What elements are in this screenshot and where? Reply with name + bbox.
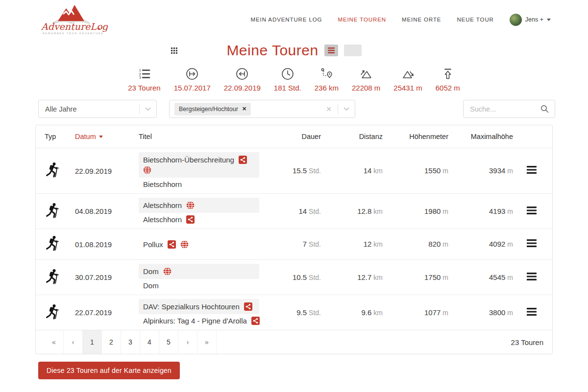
tour-title-box: Aletschhorn <box>139 198 259 213</box>
tour-duration: 7Std. <box>274 240 321 249</box>
pagination-page-3[interactable]: 3 <box>121 330 140 354</box>
share-icon[interactable] <box>239 156 247 164</box>
tour-subtitle-link[interactable]: Bietschhorn <box>143 180 182 188</box>
globe-icon[interactable] <box>186 201 195 209</box>
column-header-datum-label: Datum <box>75 133 96 140</box>
mountain-ascent-icon <box>360 68 372 80</box>
tour-date: 30.07.2019 <box>75 273 139 281</box>
pagination-last[interactable]: » <box>197 330 217 354</box>
column-header-hoehenmeter: Höhenmeter <box>383 133 448 140</box>
pagination: «‹12345›» 23 Touren <box>36 330 552 354</box>
tour-max-altitude: 4092m <box>448 240 513 249</box>
column-header-datum[interactable]: Datum <box>75 133 139 140</box>
tour-title-box: DAV: Spezialkurs Hochtouren <box>139 299 259 314</box>
list-view-icon <box>328 47 335 53</box>
route-icon <box>320 68 333 80</box>
tour-subtitle-link[interactable]: Dom <box>143 281 159 290</box>
clock-icon <box>281 68 294 80</box>
menu-icon <box>527 308 537 316</box>
nav-item-mein-adventure-log[interactable]: MEIN ADVENTURE LOG <box>251 17 322 23</box>
divider <box>139 104 140 114</box>
tour-distance: 9.6km <box>321 308 383 317</box>
show-on-map-button[interactable]: Diese 23 Touren auf der Karte anzeigen <box>38 362 180 379</box>
globe-icon[interactable] <box>180 240 189 249</box>
tours-table: Typ Datum Titel Dauer Distanz Höhenmeter… <box>35 125 553 354</box>
hiker-icon <box>45 303 61 320</box>
year-filter-select[interactable]: Alle Jahre <box>38 100 157 118</box>
nav-item-meine-touren[interactable]: MEINE TOUREN <box>338 17 386 23</box>
caret-down-icon <box>547 19 551 21</box>
row-menu-button[interactable] <box>527 239 537 247</box>
stat-last-tour-date: 22.09.2019 <box>224 67 261 92</box>
stat-total-descent-value: 25431 m <box>393 84 422 92</box>
mountain-descent-icon <box>402 68 415 80</box>
row-menu-button[interactable] <box>527 166 537 174</box>
tour-subtitle-link[interactable]: Alpinkurs: Tag 4 - Pigne d'Arolla <box>143 317 247 325</box>
pagination-first[interactable]: « <box>45 330 64 354</box>
tour-duration: 9.5Std. <box>274 308 321 317</box>
sort-desc-icon <box>99 136 103 138</box>
tour-date: 04.08.2019 <box>75 207 139 215</box>
chevron-down-icon[interactable] <box>343 107 349 111</box>
chevron-down-icon[interactable] <box>145 107 151 111</box>
brand-logo[interactable]: AdventureLog REMEMBER YOUR ADVENTURE <box>39 1 108 38</box>
column-header-titel: Titel <box>139 133 274 140</box>
tour-type-filter-select[interactable]: Bergsteigen/Hochtour ✕ ✕ <box>169 100 355 118</box>
pagination-page-1[interactable]: 1 <box>83 330 102 354</box>
stat-total-duration: 181 Std. <box>274 67 301 92</box>
tag-remove-icon[interactable]: ✕ <box>242 106 246 112</box>
stat-tour-count-value: 23 Touren <box>128 84 160 92</box>
stat-max-altitude: 6052 m <box>436 67 460 92</box>
grid-view-button[interactable] <box>344 45 362 56</box>
menu-icon <box>527 166 537 174</box>
user-menu[interactable]: Jens + <box>510 14 551 26</box>
share-icon[interactable] <box>186 215 195 224</box>
pagination-page-4[interactable]: 4 <box>140 330 159 354</box>
pagination-prev[interactable]: ‹ <box>64 330 83 354</box>
tour-elevation-gain: 1750m <box>383 273 448 282</box>
nav-item-meine-orte[interactable]: MEINE ORTE <box>402 17 441 23</box>
stat-total-distance-value: 236 km <box>315 84 339 92</box>
menu-icon <box>527 239 537 247</box>
share-icon[interactable] <box>251 317 260 325</box>
tour-subtitle-link[interactable]: Aletschhorn <box>143 215 182 224</box>
stat-tour-count: 12323 Touren <box>128 67 160 92</box>
tour-title-link[interactable]: DAV: Spezialkurs Hochtouren <box>143 302 240 311</box>
tour-date: 22.09.2019 <box>75 167 139 175</box>
row-menu-button[interactable] <box>527 207 537 214</box>
date-start-icon <box>186 68 198 80</box>
tour-title-box: Bietschhorn-Überschreitung <box>139 152 259 178</box>
tour-title-link[interactable]: Pollux <box>143 240 163 249</box>
stat-total-duration-value: 181 Std. <box>274 84 301 92</box>
search-icon[interactable] <box>540 105 549 113</box>
globe-icon[interactable] <box>143 166 151 174</box>
page-title: Meine Touren <box>226 42 318 59</box>
share-icon[interactable] <box>244 302 252 311</box>
tour-max-altitude: 4545m <box>448 273 513 282</box>
share-icon[interactable] <box>168 240 176 249</box>
filter-tag-label: Bergsteigen/Hochtour <box>179 106 238 113</box>
stat-last-tour-date-value: 22.09.2019 <box>224 84 261 92</box>
list-view-button[interactable] <box>324 45 338 56</box>
row-menu-button[interactable] <box>527 308 537 316</box>
nav-item-neue-tour[interactable]: NEUE TOUR <box>457 17 493 23</box>
search-input[interactable] <box>470 105 540 113</box>
search-box <box>463 100 555 118</box>
hiker-icon <box>45 161 61 178</box>
clear-filter-icon[interactable]: ✕ <box>326 105 332 113</box>
max-height-icon <box>441 68 454 80</box>
divider <box>338 104 338 114</box>
tour-max-altitude: 4193m <box>448 207 513 216</box>
pagination-page-5[interactable]: 5 <box>159 330 178 354</box>
row-menu-button[interactable] <box>527 273 537 280</box>
tour-title-link[interactable]: Dom <box>143 267 159 276</box>
tour-title-link[interactable]: Aletschhorn <box>143 201 182 209</box>
svg-text:AdventureLog: AdventureLog <box>41 21 108 32</box>
pagination-page-2[interactable]: 2 <box>102 330 121 354</box>
tour-title-link[interactable]: Bietschhorn-Überschreitung <box>143 156 234 164</box>
table-row: 04.08.2019AletschhornAletschhorn14Std.12… <box>36 194 552 229</box>
hiker-icon <box>45 235 61 252</box>
tour-duration: 14Std. <box>274 207 321 216</box>
globe-icon[interactable] <box>163 267 172 276</box>
pagination-next[interactable]: › <box>178 330 197 354</box>
